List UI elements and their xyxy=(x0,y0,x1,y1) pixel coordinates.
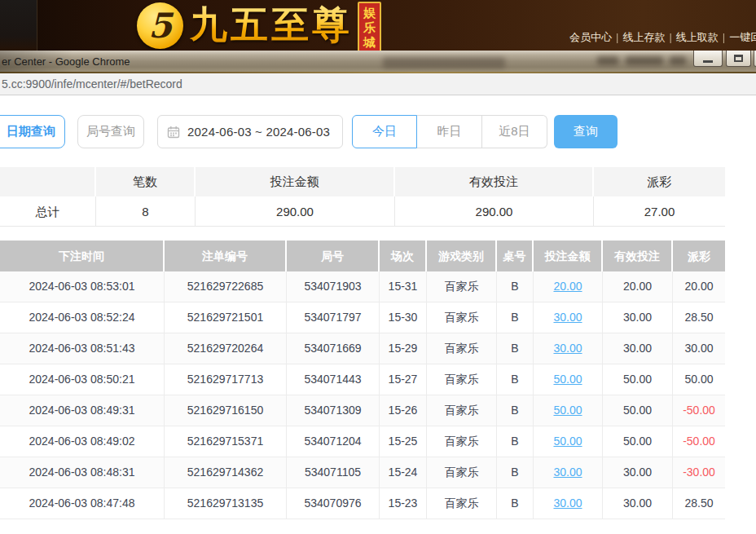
bet-cell: 50.00 xyxy=(673,364,725,395)
bet-cell: 2024-06-03 08:52:24 xyxy=(0,302,165,333)
quick-range-2[interactable]: 近8日 xyxy=(482,115,547,148)
bet-cell: 521629715371 xyxy=(165,426,287,457)
bet-cell: 534071797 xyxy=(287,302,380,333)
bet-cell: B xyxy=(497,457,534,488)
nav-separator: | xyxy=(669,31,671,43)
logo-5-icon: 5 xyxy=(137,2,183,49)
summary-cell: 290.00 xyxy=(395,196,594,227)
bet-col-header: 局号 xyxy=(287,241,380,271)
bet-cell: 20.00 xyxy=(673,271,725,302)
blurred-content xyxy=(626,56,663,65)
table-row: 2024-06-03 08:53:01521629722685534071903… xyxy=(0,271,725,302)
bet-amount-link[interactable]: 30.00 xyxy=(534,457,603,488)
table-row: 2024-06-03 08:51:43521629720264534071669… xyxy=(0,333,725,364)
bet-cell: 521629717713 xyxy=(165,364,287,395)
page-left-dark-strip xyxy=(0,0,37,51)
nav-item-0[interactable]: 会员中心 xyxy=(569,31,612,43)
nav-item-3[interactable]: 一键回 xyxy=(729,31,756,43)
bet-cell: 30.00 xyxy=(603,457,673,488)
bet-cell: 30.00 xyxy=(603,302,673,333)
bet-col-header: 注单编号 xyxy=(165,241,287,271)
search-button[interactable]: 查询 xyxy=(554,115,618,148)
bet-cell: 534071669 xyxy=(287,333,380,364)
nav-item-1[interactable]: 线上存款 xyxy=(622,31,665,43)
bet-cell: 百家乐 xyxy=(427,488,497,519)
chrome-window-titlebar[interactable]: er Center - Google Chrome xyxy=(0,51,756,73)
url-bar[interactable]: 5.cc:9900/infe/mcenter/#/betRecord xyxy=(0,73,756,95)
bet-cell: 2024-06-03 08:49:02 xyxy=(0,426,165,457)
bet-cell: 20.00 xyxy=(603,271,673,302)
bet-record-table: 下注时间注单编号局号场次游戏类别桌号投注金额有效投注派彩 2024-06-03 … xyxy=(0,241,725,519)
date-range-input[interactable]: 2024-06-03 ~ 2024-06-03 xyxy=(157,115,343,148)
site-top-nav: 会员中心|线上存款|线上取款|一键回 xyxy=(569,30,756,45)
maximize-button[interactable] xyxy=(726,51,751,67)
tab-date-query[interactable]: 日期查询 xyxy=(0,115,65,148)
table-row: 2024-06-03 08:50:21521629717713534071443… xyxy=(0,364,725,395)
blurred-content xyxy=(670,56,686,65)
bet-cell: 521629720264 xyxy=(165,333,287,364)
summary-col-header: 投注金额 xyxy=(196,167,395,196)
bet-amount-link[interactable]: 30.00 xyxy=(534,488,603,519)
banner-char: 乐 xyxy=(363,20,376,35)
tab-round-query[interactable]: 局号查询 xyxy=(77,115,144,148)
bet-cell: -50.00 xyxy=(673,426,725,457)
nav-separator: | xyxy=(616,31,618,43)
window-title: er Center - Google Chrome xyxy=(2,55,130,68)
bet-amount-link[interactable]: 50.00 xyxy=(534,364,603,395)
bet-amount-link[interactable]: 30.00 xyxy=(534,302,603,333)
bet-cell: 15-27 xyxy=(380,364,427,395)
bet-cell: B xyxy=(497,395,534,426)
bet-col-header: 下注时间 xyxy=(0,241,165,271)
summary-cell: 总计 xyxy=(0,196,96,227)
bet-cell: 2024-06-03 08:49:31 xyxy=(0,395,165,426)
bet-cell: -50.00 xyxy=(673,395,725,426)
summary-total-row: 总计8290.00290.0027.00 xyxy=(0,196,725,227)
quick-range-0[interactable]: 今日 xyxy=(352,115,417,148)
bet-cell: 15-23 xyxy=(380,488,427,519)
summary-header-row: 笔数投注金额有效投注派彩 xyxy=(0,167,725,196)
quick-range-group: 今日昨日近8日 xyxy=(352,115,547,148)
bet-cell: 534071903 xyxy=(287,271,380,302)
bet-cell: 521629722685 xyxy=(165,271,287,302)
bet-cell: B xyxy=(497,302,534,333)
minimize-icon xyxy=(703,60,713,63)
filter-row: 日期查询 局号查询 2024-06-03 ~ 2024-06-03 今日昨日近8… xyxy=(0,115,756,148)
bet-cell: 28.50 xyxy=(673,302,725,333)
table-row: 2024-06-03 08:52:24521629721501534071797… xyxy=(0,302,725,333)
bet-cell: 30.00 xyxy=(603,488,673,519)
bet-amount-link[interactable]: 20.00 xyxy=(534,271,603,302)
bet-cell: B xyxy=(497,271,534,302)
quick-range-1[interactable]: 昨日 xyxy=(417,115,482,148)
blurred-content xyxy=(383,57,505,68)
bet-cell: B xyxy=(497,426,534,457)
table-row: 2024-06-03 08:47:48521629713135534070976… xyxy=(0,488,725,519)
maximize-icon xyxy=(734,55,743,62)
bet-cell: 534071105 xyxy=(287,457,380,488)
bet-table-body: 2024-06-03 08:53:01521629722685534071903… xyxy=(0,271,725,519)
bet-amount-link[interactable]: 50.00 xyxy=(534,426,603,457)
bet-cell: 30.00 xyxy=(603,333,673,364)
site-logo: 5 九五至尊 娱乐城 xyxy=(137,0,381,51)
summary-cell: 27.00 xyxy=(594,196,725,227)
summary-cell: 290.00 xyxy=(196,196,395,227)
bet-cell: 28.50 xyxy=(673,488,725,519)
bet-cell: 534071309 xyxy=(287,395,380,426)
nav-item-2[interactable]: 线上取款 xyxy=(676,31,719,43)
bet-amount-link[interactable]: 50.00 xyxy=(534,395,603,426)
bet-cell: B xyxy=(497,488,534,519)
bet-cell: 50.00 xyxy=(603,426,673,457)
bet-cell: 15-26 xyxy=(380,395,427,426)
bet-cell: 百家乐 xyxy=(427,457,497,488)
minimize-button[interactable] xyxy=(693,51,723,67)
bet-cell: 534071204 xyxy=(287,426,380,457)
bet-cell: B xyxy=(497,364,534,395)
bet-cell: 534070976 xyxy=(287,488,380,519)
bet-cell: 2024-06-03 08:51:43 xyxy=(0,333,165,364)
bet-cell: 521629721501 xyxy=(165,302,287,333)
bet-cell: 15-30 xyxy=(380,302,427,333)
bet-cell: B xyxy=(497,333,534,364)
bet-amount-link[interactable]: 30.00 xyxy=(534,333,603,364)
bet-col-header: 场次 xyxy=(380,241,427,271)
table-row: 2024-06-03 08:49:31521629716150534071309… xyxy=(0,395,725,426)
bet-cell: 2024-06-03 08:50:21 xyxy=(0,364,165,395)
